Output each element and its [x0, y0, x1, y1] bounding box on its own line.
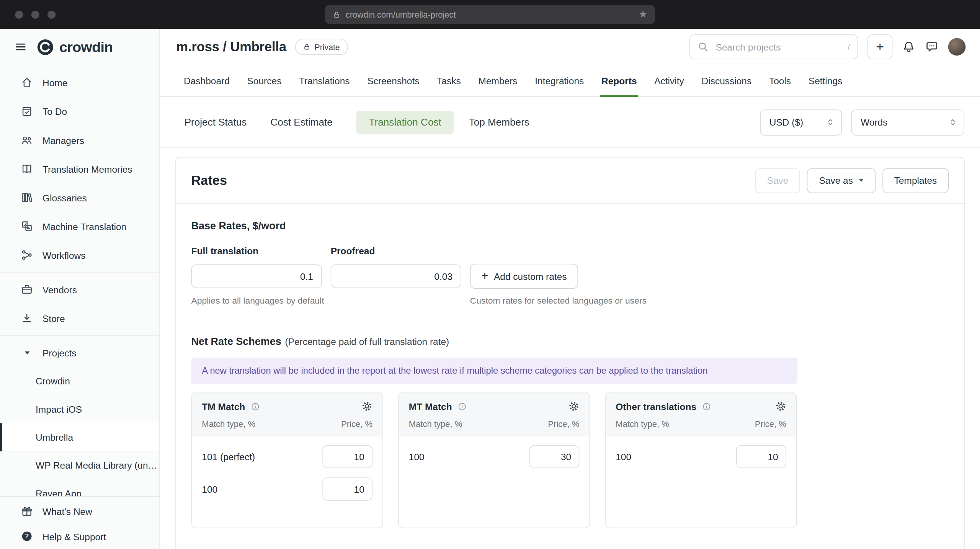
price-input[interactable] — [736, 445, 786, 468]
messages-icon[interactable] — [925, 40, 939, 54]
sidebar-item-managers[interactable]: Managers — [0, 126, 159, 154]
sidebar-item-translation-memories[interactable]: Translation Memories — [0, 154, 159, 183]
report-options: USD ($) Words — [760, 109, 964, 136]
address-bar[interactable]: crowdin.com/umbrella-project ★ — [325, 5, 655, 24]
card-body: 100 — [399, 436, 590, 487]
base-rate-note-left: Applies to all languages by default — [191, 296, 470, 306]
window-minimize-button[interactable] — [31, 10, 39, 18]
home-icon — [21, 76, 33, 89]
divider — [0, 272, 159, 273]
price-column-label: Price, % — [755, 420, 786, 429]
hamburger-menu-icon[interactable] — [15, 41, 27, 53]
subnav-project-status[interactable]: Project Status — [185, 110, 247, 134]
base-rate-inputs: + Add custom rates — [191, 264, 949, 289]
machine-translation-icon — [21, 220, 33, 233]
sidebar-item-label: Home — [42, 77, 67, 88]
page-title: m.ross / Umbrella — [176, 39, 286, 54]
tab-tools[interactable]: Tools — [768, 76, 792, 97]
tab-tasks[interactable]: Tasks — [436, 76, 462, 97]
sidebar-item-store[interactable]: Store — [0, 304, 159, 332]
sidebar-item-todo[interactable]: To Do — [0, 97, 159, 126]
info-icon[interactable] — [702, 402, 711, 411]
lock-icon — [303, 43, 311, 51]
sidebar-item-label: Managers — [42, 135, 84, 145]
briefcase-icon — [21, 283, 33, 296]
add-custom-rates-button[interactable]: + Add custom rates — [470, 264, 578, 289]
subnav-translation-cost[interactable]: Translation Cost — [356, 110, 454, 134]
tm-match-card: TM Match Match type, % Price, % — [191, 392, 383, 528]
sidebar-project-wp-real-media-library[interactable]: WP Real Media Library (un… — [0, 451, 159, 479]
project-header: m.ross / Umbrella Private / + — [160, 29, 980, 65]
sidebar-item-whats-new[interactable]: What's New — [0, 499, 159, 524]
tab-reports[interactable]: Reports — [600, 76, 638, 97]
gear-icon[interactable] — [775, 401, 786, 412]
price-column-label: Price, % — [341, 420, 372, 429]
price-column-label: Price, % — [548, 420, 579, 429]
tab-settings[interactable]: Settings — [807, 76, 844, 97]
bookmark-star-icon[interactable]: ★ — [639, 9, 647, 19]
tab-screenshots[interactable]: Screenshots — [366, 76, 421, 97]
window-close-button[interactable] — [15, 10, 23, 18]
sidebar-project-umbrella[interactable]: Umbrella — [0, 423, 159, 451]
card-title: MT Match — [409, 401, 452, 412]
sidebar-group-projects[interactable]: Projects — [0, 338, 159, 367]
unit-select[interactable]: Words — [851, 109, 965, 136]
price-input[interactable] — [322, 477, 372, 500]
search-input[interactable] — [714, 41, 842, 53]
tab-activity[interactable]: Activity — [653, 76, 685, 97]
base-rate-note-right: Custom rates for selected languages or u… — [470, 296, 647, 306]
window-zoom-button[interactable] — [47, 10, 56, 18]
sidebar-item-help-support[interactable]: ? Help & Support — [0, 524, 159, 549]
card-header: TM Match Match type, % Price, % — [192, 392, 382, 436]
gear-icon[interactable] — [568, 401, 579, 412]
full-translation-input[interactable] — [191, 265, 322, 288]
tab-integrations[interactable]: Integrations — [534, 76, 585, 97]
match-type-value: 100 — [616, 451, 631, 462]
sidebar-item-home[interactable]: Home — [0, 68, 159, 97]
gear-icon[interactable] — [361, 401, 372, 412]
tab-sources[interactable]: Sources — [246, 76, 283, 97]
sidebar-project-impact-ios[interactable]: Impact iOS — [0, 395, 159, 423]
sidebar-item-workflows[interactable]: Workflows — [0, 241, 159, 270]
currency-select[interactable]: USD ($) — [760, 109, 842, 136]
crowdin-logo-icon — [37, 38, 54, 55]
notifications-bell-icon[interactable] — [902, 40, 916, 54]
search-icon — [697, 41, 709, 52]
tab-members[interactable]: Members — [477, 76, 519, 97]
unit-select-value: Words — [861, 117, 887, 127]
subnav-cost-estimate[interactable]: Cost Estimate — [270, 110, 333, 134]
reports-subnav: Project Status Cost Estimate Translation… — [160, 97, 980, 148]
net-rate-schemes-title: Net Rate Schemes — [191, 336, 281, 347]
sidebar-item-label: Glossaries — [42, 192, 87, 203]
info-icon[interactable] — [457, 402, 467, 411]
search-box[interactable]: / — [689, 34, 858, 59]
rate-row: 101 (perfect) — [202, 445, 372, 468]
sidebar-item-vendors[interactable]: Vendors — [0, 275, 159, 304]
card-body: 101 (perfect) 100 — [192, 436, 382, 519]
templates-button[interactable]: Templates — [882, 168, 949, 193]
save-as-button[interactable]: Save as — [807, 168, 875, 193]
user-avatar[interactable] — [948, 38, 966, 56]
sidebar-item-machine-translation[interactable]: Machine Translation — [0, 212, 159, 240]
save-button[interactable]: Save — [755, 168, 800, 193]
sidebar-item-glossaries[interactable]: Glossaries — [0, 183, 159, 212]
tab-dashboard[interactable]: Dashboard — [183, 76, 231, 97]
window-controls[interactable] — [15, 10, 56, 18]
base-rate-labels: Full translation Proofread — [191, 246, 949, 257]
rate-scheme-cards: TM Match Match type, % Price, % — [191, 392, 949, 528]
create-project-button[interactable]: + — [867, 34, 892, 59]
price-input[interactable] — [529, 445, 580, 468]
price-input[interactable] — [322, 445, 372, 468]
main-content: m.ross / Umbrella Private / + — [160, 29, 980, 549]
sidebar-project-crowdin[interactable]: Crowdin — [0, 367, 159, 395]
rates-title: Rates — [191, 173, 227, 188]
info-icon[interactable] — [251, 402, 260, 411]
subnav-top-members[interactable]: Top Members — [469, 110, 529, 134]
download-icon — [21, 312, 33, 325]
rate-row: 100 — [616, 445, 786, 468]
tab-translations[interactable]: Translations — [298, 76, 351, 97]
proofread-input[interactable] — [331, 265, 461, 288]
tab-discussions[interactable]: Discussions — [700, 76, 753, 97]
crowdin-logo[interactable]: crowdin — [37, 38, 113, 55]
private-badge: Private — [295, 39, 348, 55]
